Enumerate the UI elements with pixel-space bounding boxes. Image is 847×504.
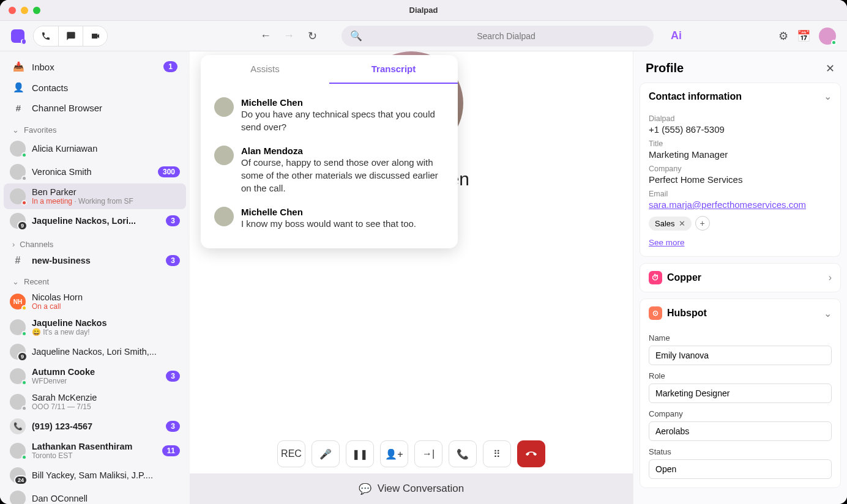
- chevron-down-icon: ⌄: [824, 91, 832, 102]
- sidebar: 📥 Inbox 1 👤 Contacts # Channel Browser ⌄…: [0, 51, 190, 504]
- chevron-down-icon: ⌄: [12, 277, 19, 286]
- hash-icon: #: [10, 255, 26, 266]
- hash-icon: #: [12, 103, 24, 113]
- inbox-badge: 1: [163, 61, 177, 72]
- contact-info-card: Contact information ⌄ Dialpad +1 (555) 8…: [640, 83, 841, 257]
- profile-title: Profile: [646, 61, 684, 75]
- hubspot-header[interactable]: ⊙Hubspot ⌄: [640, 299, 840, 327]
- hubspot-icon: ⊙: [649, 306, 662, 320]
- toolbar: ← → ↻ 🔍 Ai ⚙ 📅: [0, 21, 847, 51]
- minimize-window[interactable]: [21, 7, 28, 14]
- back-button[interactable]: ←: [257, 28, 274, 45]
- contacts-icon: 👤: [12, 82, 24, 93]
- hubspot-role-input[interactable]: [649, 384, 832, 403]
- message-avatar: [214, 207, 234, 226]
- nav-label: Contacts: [32, 83, 68, 93]
- transcript-message: Michelle ChenDo you have any technical s…: [214, 91, 444, 139]
- favorite-item[interactable]: Veronica Smith 300: [4, 160, 186, 183]
- recent-item[interactable]: Dan OConnell: [4, 487, 186, 504]
- section-recent[interactable]: ⌄ Recent: [4, 270, 186, 289]
- window-controls: [9, 7, 40, 14]
- message-avatar: [214, 146, 234, 165]
- hold-button[interactable]: ❚❚: [346, 440, 374, 467]
- see-more-link[interactable]: See more: [649, 238, 685, 247]
- dialpad-button[interactable]: ⠿: [483, 440, 511, 467]
- add-participant-button[interactable]: 👤+: [380, 440, 408, 467]
- view-conversation-button[interactable]: 💬 View Conversation: [190, 473, 633, 504]
- section-channels[interactable]: › Channels: [4, 232, 186, 251]
- phone-icon: 📞: [10, 418, 26, 434]
- titlebar: Dialpad: [0, 0, 847, 21]
- forward-button[interactable]: →: [280, 28, 297, 45]
- transcript-message: Michelle ChenI know my boss would want t…: [214, 201, 444, 236]
- nav-label: Channel Browser: [32, 103, 102, 113]
- chevron-down-icon: ⌄: [12, 125, 19, 135]
- inbox-icon: 📥: [12, 61, 24, 72]
- record-button[interactable]: REC: [277, 440, 305, 467]
- favorite-item[interactable]: Alicia Kurniawan: [4, 137, 186, 160]
- recent-item[interactable]: 24 Bill Yackey, Sam Maliksi, J.P....: [4, 464, 186, 487]
- end-call-button[interactable]: [517, 440, 545, 467]
- transcript-popover: Assists Transcript Michelle ChenDo you h…: [201, 55, 458, 248]
- call-controls: REC 🎤 ❚❚ 👤+ →| 📞 ⠿: [277, 428, 545, 473]
- settings-icon[interactable]: ⚙: [778, 29, 788, 43]
- email-link[interactable]: sara.marja@perfecthomeservices.com: [649, 199, 806, 210]
- recent-item[interactable]: Autumn CookeWFDenver 3: [4, 363, 186, 389]
- nav-contacts[interactable]: 👤 Contacts: [4, 77, 186, 98]
- hubspot-name-input[interactable]: [649, 346, 832, 365]
- video-button[interactable]: [83, 26, 107, 46]
- app-logo[interactable]: [11, 29, 24, 43]
- search-input[interactable]: [367, 31, 645, 41]
- copper-card: ⏱Copper ›: [640, 263, 841, 292]
- mute-button[interactable]: 🎤: [312, 440, 340, 467]
- chat-icon: 💬: [359, 483, 371, 495]
- phone-button[interactable]: [34, 26, 58, 46]
- copper-icon: ⏱: [649, 271, 662, 284]
- recent-item[interactable]: Lathankan RasenthiramToronto EST 11: [4, 438, 186, 464]
- recent-item[interactable]: NH Nicolas HornOn a call: [4, 289, 186, 314]
- comm-button-group: [33, 26, 108, 46]
- add-tag-button[interactable]: +: [695, 216, 710, 231]
- ai-icon[interactable]: Ai: [671, 29, 682, 42]
- recent-item[interactable]: Sarah McKenzieOOO 7/11 — 7/15: [4, 389, 186, 415]
- contact-info-header[interactable]: Contact information ⌄: [640, 83, 840, 109]
- nav-arrows: ← → ↻: [257, 28, 321, 45]
- section-favorites[interactable]: ⌄ Favorites: [4, 118, 186, 137]
- main-area: Michelle Chen (604) 649-0504 12:53 REC 🎤…: [190, 51, 633, 504]
- window-title: Dialpad: [409, 6, 438, 15]
- message-avatar: [214, 97, 234, 117]
- hubspot-status-input[interactable]: [649, 459, 832, 479]
- favorite-item[interactable]: 9 Jaqueline Nackos, Lori... 3: [4, 209, 186, 232]
- channel-item[interactable]: # new-business 3: [4, 251, 186, 270]
- recent-item[interactable]: 9 Jaqueline Nackos, Lori Smith,...: [4, 340, 186, 363]
- nav-channel-browser[interactable]: # Channel Browser: [4, 98, 186, 118]
- hubspot-card: ⊙Hubspot ⌄ Name Role Company Status: [640, 298, 841, 488]
- user-avatar[interactable]: [819, 28, 836, 45]
- recent-item[interactable]: 📞 (919) 123-4567 3: [4, 415, 186, 438]
- chevron-right-icon: ›: [829, 272, 832, 283]
- transcript-message: Alan MendozaOf course, happy to send tho…: [214, 139, 444, 201]
- profile-panel: Profile ✕ Contact information ⌄ Dialpad …: [633, 51, 847, 504]
- tab-transcript[interactable]: Transcript: [329, 55, 458, 84]
- recent-item[interactable]: Jaqueline Nackos😄 It's a new day!: [4, 314, 186, 340]
- nav-label: Inbox: [32, 62, 54, 72]
- copper-header[interactable]: ⏱Copper ›: [640, 264, 840, 292]
- reload-button[interactable]: ↻: [304, 28, 321, 45]
- search-bar[interactable]: 🔍: [341, 26, 654, 46]
- calendar-icon[interactable]: 📅: [797, 29, 810, 43]
- chevron-down-icon: ⌄: [824, 308, 832, 319]
- tab-assists[interactable]: Assists: [201, 55, 329, 84]
- remove-tag-icon[interactable]: ✕: [679, 219, 685, 228]
- chevron-right-icon: ›: [12, 240, 15, 249]
- search-icon: 🔍: [350, 30, 362, 42]
- message-button[interactable]: [58, 26, 83, 46]
- tag-sales[interactable]: Sales✕: [649, 217, 692, 231]
- park-button[interactable]: 📞: [449, 440, 477, 467]
- nav-inbox[interactable]: 📥 Inbox 1: [4, 56, 186, 77]
- close-window[interactable]: [9, 7, 16, 14]
- close-profile-button[interactable]: ✕: [826, 62, 835, 75]
- hubspot-company-input[interactable]: [649, 421, 832, 441]
- favorite-item[interactable]: Ben Parker In a meeting · Working from S…: [4, 183, 186, 209]
- maximize-window[interactable]: [33, 7, 40, 14]
- transfer-button[interactable]: →|: [414, 440, 442, 467]
